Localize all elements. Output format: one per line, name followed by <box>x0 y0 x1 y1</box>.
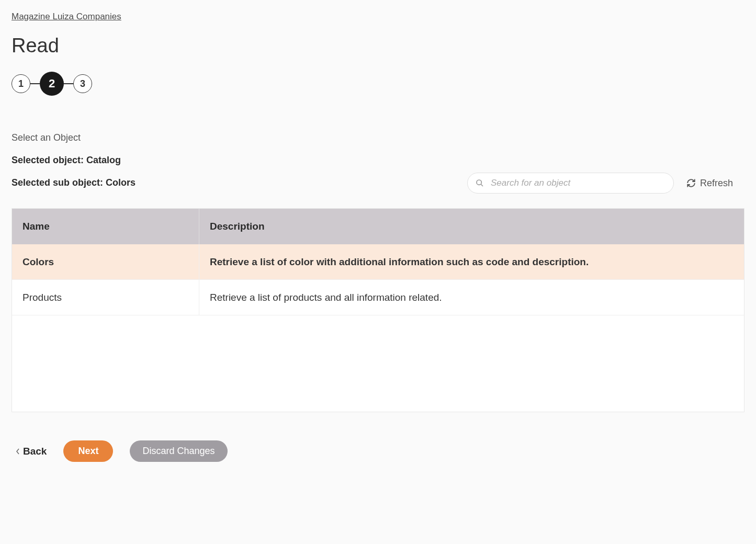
svg-point-0 <box>477 180 481 185</box>
step-connector <box>30 83 40 84</box>
column-header-description[interactable]: Description <box>199 209 744 244</box>
footer-actions: Back Next Discard Changes <box>12 440 744 462</box>
section-label: Select an Object <box>12 132 744 143</box>
selected-object-label: Selected object: Catalog <box>12 155 744 166</box>
discard-changes-button[interactable]: Discard Changes <box>130 440 227 462</box>
cell-name: Products <box>12 280 199 315</box>
column-header-name[interactable]: Name <box>12 209 199 244</box>
step-connector <box>64 83 73 84</box>
step-2[interactable]: 2 <box>40 72 64 96</box>
refresh-icon <box>686 178 696 188</box>
cell-description: Retrieve a list of products and all info… <box>199 280 744 315</box>
next-button[interactable]: Next <box>63 440 113 462</box>
stepper: 1 2 3 <box>12 72 744 96</box>
cell-name: Colors <box>12 244 199 279</box>
svg-line-1 <box>481 184 483 186</box>
refresh-label: Refresh <box>700 178 733 189</box>
back-button[interactable]: Back <box>16 446 47 457</box>
search-icon <box>476 179 484 187</box>
back-label: Back <box>23 446 47 457</box>
search-input[interactable] <box>467 173 674 194</box>
table-row[interactable]: Colors Retrieve a list of color with add… <box>12 244 744 280</box>
object-table: Name Description Colors Retrieve a list … <box>12 208 744 412</box>
chevron-left-icon <box>16 448 20 455</box>
step-3[interactable]: 3 <box>73 74 92 93</box>
table-header: Name Description <box>12 209 744 244</box>
table-row[interactable]: Products Retrieve a list of products and… <box>12 280 744 315</box>
page-title: Read <box>12 35 744 57</box>
cell-description: Retrieve a list of color with additional… <box>199 244 744 279</box>
refresh-button[interactable]: Refresh <box>686 178 733 189</box>
step-1[interactable]: 1 <box>12 74 30 93</box>
breadcrumb-link[interactable]: Magazine Luiza Companies <box>12 12 121 22</box>
search-wrapper <box>467 173 674 194</box>
